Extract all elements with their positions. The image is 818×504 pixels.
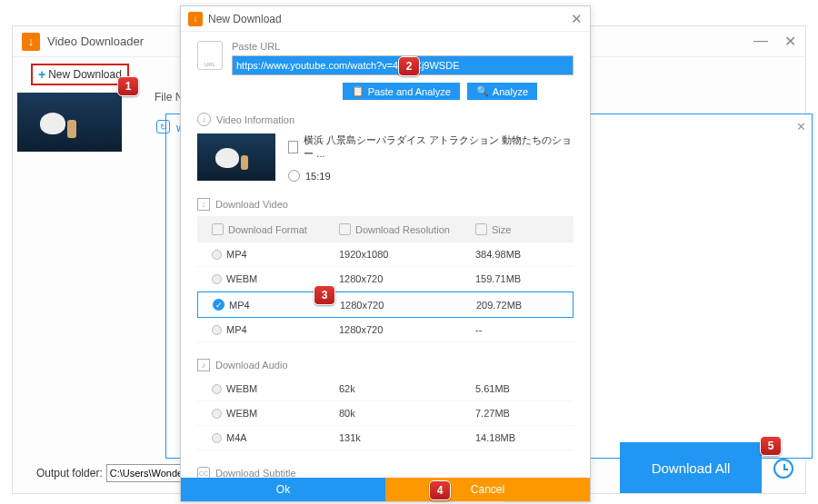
download-audio-label: Download Audio [215, 360, 288, 371]
audio-format-row[interactable]: WEBM 80k7.27MB [197, 401, 574, 426]
output-folder-row: Output folder: [36, 464, 197, 482]
table-header: Download Format Download Resolution Size [197, 216, 574, 242]
download-video-icon: ↓ [197, 198, 210, 211]
video-format-row[interactable]: MP4 1920x1080384.98MB [197, 242, 574, 267]
radio[interactable] [212, 274, 222, 284]
size-header-icon [475, 223, 487, 235]
callout-3: 3 [314, 285, 335, 305]
search-icon: 🔍 [476, 85, 489, 97]
dialog-logo-icon: ↓ [188, 12, 203, 26]
video-information-label: Video Information [216, 114, 294, 125]
ok-button[interactable]: Ok [181, 478, 385, 501]
close-button[interactable]: ✕ [784, 33, 796, 50]
paste-and-analyze-button[interactable]: 📋Paste and Analyze [343, 83, 460, 100]
callout-4: 4 [429, 480, 451, 500]
download-audio-icon: ♪ [197, 359, 210, 371]
app-logo-icon: ↓ [22, 33, 40, 51]
radio[interactable] [212, 433, 222, 443]
refresh-icon[interactable]: ↻ [156, 120, 170, 133]
video-format-table: Download Format Download Resolution Size… [197, 216, 574, 342]
output-folder-label: Output folder: [36, 467, 103, 479]
format-header-icon [212, 223, 224, 235]
new-download-label: New Download [48, 68, 122, 81]
download-video-label: Download Video [215, 199, 288, 210]
video-title: 横浜 八景島シーパラダイス アトラクション 動物たちのショー ... [304, 133, 574, 161]
radio[interactable] [212, 409, 222, 419]
radio[interactable] [212, 250, 222, 260]
filename-label: File N [155, 91, 183, 104]
dialog-title: New Download [208, 13, 282, 25]
radio[interactable] [213, 299, 224, 311]
url-icon: URL [197, 41, 223, 70]
video-format-row[interactable]: MP4 1280x720-- [197, 318, 574, 342]
analyze-button[interactable]: 🔍Analyze [467, 83, 537, 100]
dialog-titlebar: ↓ New Download ✕ [181, 6, 590, 32]
cancel-button[interactable]: Cancel [385, 478, 590, 501]
video-duration: 15:19 [305, 171, 331, 182]
resolution-header-icon [339, 223, 351, 235]
dialog-close-button[interactable]: ✕ [571, 11, 583, 27]
new-download-dialog: ↓ New Download ✕ URL Paste URL 📋Paste an… [180, 5, 591, 502]
minimize-button[interactable]: — [753, 33, 768, 50]
video-format-row[interactable]: MP4 1280x720209.72MB [197, 292, 574, 318]
panel-close-icon[interactable]: ✕ [796, 120, 806, 133]
callout-5: 5 [760, 436, 782, 456]
new-download-button[interactable]: + New Download [31, 64, 129, 85]
clock-icon [288, 170, 300, 182]
main-thumbnail [17, 93, 122, 152]
app-title: Video Downloader [47, 35, 144, 48]
radio[interactable] [212, 384, 222, 394]
radio[interactable] [212, 325, 222, 335]
paste-url-label: Paste URL [232, 41, 574, 52]
audio-format-table: WEBM 62k5.61MB WEBM 80k7.27MB M4A 131k14… [197, 377, 574, 450]
callout-2: 2 [398, 56, 420, 76]
paste-icon: 📋 [352, 85, 364, 97]
plus-icon: + [38, 67, 45, 82]
info-icon: i [197, 113, 211, 126]
video-thumbnail [197, 133, 275, 181]
callout-1: 1 [117, 76, 139, 96]
video-format-row[interactable]: WEBM 1280x720159.71MB [197, 267, 574, 292]
audio-format-row[interactable]: WEBM 62k5.61MB [197, 377, 574, 401]
document-icon [288, 141, 298, 153]
schedule-icon[interactable] [773, 459, 793, 479]
audio-format-row[interactable]: M4A 131k14.18MB [197, 426, 574, 450]
download-all-button[interactable]: Download All [620, 442, 762, 493]
